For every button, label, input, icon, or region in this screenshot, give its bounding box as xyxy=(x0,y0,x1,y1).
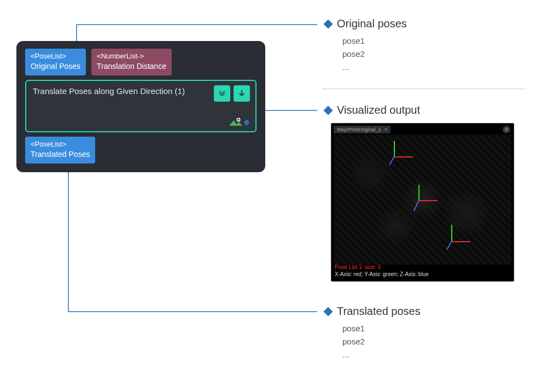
annotation-item: ... xyxy=(342,61,407,74)
port-type-label: <PoseList> xyxy=(31,52,80,61)
viewer-footer: Pose List 1: size: 3 X-Axis: red; Y-Axis… xyxy=(335,264,429,278)
annotation-item: pose1 xyxy=(342,34,407,48)
output-port-translated-poses[interactable]: <PoseList> Translated Poses xyxy=(25,137,95,163)
visualize-eye-icon[interactable] xyxy=(228,117,249,128)
viewer-axis-legend: X-Axis: red; Y-Axis: green; Z-Axis: blue xyxy=(335,271,429,278)
annotation-item: ... xyxy=(342,348,421,361)
annotation-heading: Translated poses xyxy=(337,305,421,318)
node-editor-panel: <PoseList> Original Poses <NumberList-> … xyxy=(16,41,265,172)
viewer-tab-label: Step/PrintOriginal_1 xyxy=(337,127,381,132)
node-body[interactable]: Translate Poses along Given Direction (1… xyxy=(25,80,257,132)
section-divider xyxy=(323,89,525,89)
svg-point-1 xyxy=(237,119,240,121)
port-name-label: Original Poses xyxy=(31,61,80,71)
annotation-translated-poses: Translated poses pose1 pose2 ... xyxy=(323,305,421,361)
diamond-bullet-icon xyxy=(324,307,333,316)
port-type-label: <PoseList> xyxy=(31,140,90,149)
viewer-settings-icon[interactable]: ⚙ xyxy=(503,126,510,133)
annotation-item: pose2 xyxy=(342,48,407,61)
annotation-item: pose1 xyxy=(342,322,421,335)
annotation-original-poses: Original poses pose1 pose2 ... xyxy=(323,17,407,74)
3d-viewer-panel[interactable]: Step/PrintOriginal_1 × ⚙ Pose List 1: si… xyxy=(331,123,514,282)
viewer-3d-scene[interactable] xyxy=(334,134,511,265)
close-icon[interactable]: × xyxy=(384,127,387,132)
diamond-bullet-icon xyxy=(324,106,333,115)
arrow-down-icon[interactable] xyxy=(234,85,250,102)
diamond-bullet-icon xyxy=(324,19,333,28)
input-port-translation-distance[interactable]: <NumberList-> Translation Distance xyxy=(91,49,172,75)
port-name-label: Translation Distance xyxy=(97,61,166,71)
annotation-heading: Visualized output xyxy=(337,104,420,116)
expand-down-icon[interactable] xyxy=(214,85,230,102)
viewer-pose-count: Pose List 1: size: 3 xyxy=(335,264,429,271)
annotation-item: pose2 xyxy=(342,335,421,348)
viewer-tab[interactable]: Step/PrintOriginal_1 × xyxy=(334,126,391,133)
input-port-row: <PoseList> Original Poses <NumberList-> … xyxy=(25,49,257,75)
annotation-visualized-output: Visualized output xyxy=(323,104,420,121)
annotation-heading: Original poses xyxy=(337,17,407,30)
port-type-label: <NumberList-> xyxy=(97,52,166,61)
port-name-label: Translated Poses xyxy=(31,149,90,159)
output-port-row: <PoseList> Translated Poses xyxy=(25,137,257,163)
input-port-original-poses[interactable]: <PoseList> Original Poses xyxy=(25,49,86,75)
node-action-icons xyxy=(214,85,250,102)
